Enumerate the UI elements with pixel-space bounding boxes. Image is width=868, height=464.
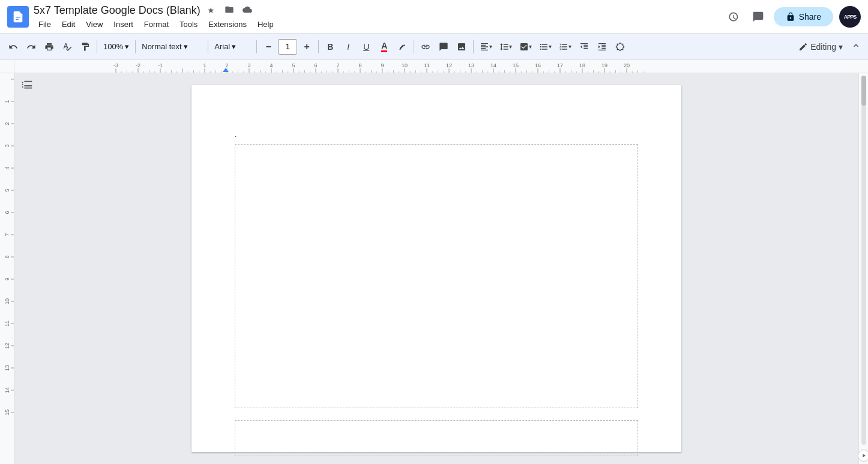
ruler-canvas [14, 60, 868, 73]
highlight-btn[interactable] [394, 38, 411, 55]
increase-indent-icon [597, 42, 607, 52]
chevron-right-icon [861, 453, 867, 459]
content-area: . [0, 73, 868, 464]
line-spacing-btn[interactable]: ▾ [496, 38, 515, 55]
undo-btn[interactable] [5, 38, 22, 55]
print-btn[interactable] [41, 38, 58, 55]
zoom-select[interactable]: 100% ▾ [100, 38, 132, 55]
image-icon [457, 42, 466, 52]
star-icon: ★ [207, 5, 215, 15]
zoom-arrow: ▾ [125, 42, 129, 51]
vertical-ruler-canvas [0, 73, 14, 445]
number-list-btn[interactable]: ▾ [556, 38, 574, 55]
comments-icon [752, 11, 764, 23]
dashed-content-box-2 [235, 420, 638, 456]
lock-icon [786, 12, 795, 22]
editing-label: Editing [810, 42, 836, 52]
font-size-decrease-btn[interactable]: − [260, 38, 277, 55]
scrollbar-area [858, 73, 868, 464]
history-icon [727, 11, 739, 23]
title-bar: 5x7 Template Google Docs (Blank) ★ F [0, 0, 868, 34]
document-area[interactable]: . [14, 73, 858, 464]
font-family-select[interactable]: Arial ▾ [211, 38, 253, 55]
star-btn[interactable]: ★ [204, 3, 219, 17]
menu-edit[interactable]: Edit [57, 19, 80, 30]
vertical-ruler [0, 73, 14, 464]
menu-file[interactable]: File [34, 19, 56, 30]
folder-icon [225, 5, 234, 16]
title-section: 5x7 Template Google Docs (Blank) ★ F [34, 3, 719, 30]
menu-extensions[interactable]: Extensions [203, 19, 252, 30]
comments-btn[interactable] [749, 7, 768, 26]
doc-icon-svg [11, 10, 25, 23]
comment-inline-btn[interactable] [435, 38, 452, 55]
checklist-icon [519, 42, 529, 52]
sep6 [414, 40, 414, 53]
format-paint-btn[interactable] [77, 38, 94, 55]
underline-btn[interactable]: U [358, 38, 375, 55]
checklist-btn[interactable]: ▾ [516, 38, 535, 55]
image-btn[interactable] [453, 38, 470, 55]
edit-icon [798, 42, 808, 52]
right-actions: Share APPS [723, 6, 861, 28]
sep7 [473, 40, 474, 53]
menu-bar: File Edit View Insert Format Tools Exten… [34, 19, 719, 30]
paragraph-style-arrow: ▾ [184, 42, 188, 51]
scrollbar-track[interactable] [861, 76, 866, 445]
document-page[interactable]: . [191, 85, 681, 452]
italic-btn[interactable]: I [340, 38, 357, 55]
align-btn[interactable]: ▾ [477, 38, 495, 55]
bullet-list-icon [539, 42, 549, 52]
increase-indent-btn[interactable] [594, 38, 610, 55]
clear-format-icon [615, 42, 625, 52]
link-btn[interactable] [417, 38, 434, 55]
zoom-value: 100% [103, 42, 123, 51]
menu-help[interactable]: Help [253, 19, 279, 30]
avatar[interactable]: APPS [839, 6, 861, 28]
avatar-text: APPS [844, 14, 857, 20]
title-row: 5x7 Template Google Docs (Blank) ★ [34, 3, 719, 17]
menu-insert[interactable]: Insert [109, 19, 138, 30]
outline-panel[interactable] [20, 79, 34, 95]
font-size-input[interactable] [278, 39, 297, 55]
spellcheck-icon [62, 42, 72, 52]
editing-arrow: ▾ [839, 42, 843, 52]
bullet-list-btn[interactable]: ▾ [536, 38, 555, 55]
menu-format[interactable]: Format [139, 19, 173, 30]
cloud-btn[interactable] [240, 3, 255, 17]
sep5 [318, 40, 319, 53]
ruler-corner [0, 60, 14, 73]
editing-mode-btn[interactable]: Editing ▾ [794, 40, 848, 54]
highlight-icon [398, 43, 406, 51]
share-button[interactable]: Share [774, 7, 833, 26]
clear-format-btn[interactable] [612, 38, 628, 55]
scrollbar-thumb[interactable] [861, 76, 866, 106]
sep2 [135, 40, 136, 53]
folder-btn[interactable] [222, 3, 237, 17]
redo-icon [26, 42, 36, 52]
text-color-btn[interactable]: A [376, 38, 393, 55]
bold-btn[interactable]: B [322, 38, 339, 55]
redo-btn[interactable] [23, 38, 40, 55]
collapse-toolbar-btn[interactable] [849, 38, 863, 55]
menu-tools[interactable]: Tools [175, 19, 202, 30]
toolbar: 100% ▾ Normal text ▾ Arial ▾ − + B I U A… [0, 34, 868, 60]
font-size-increase-btn[interactable]: + [298, 38, 315, 55]
collapse-side-btn[interactable] [858, 450, 869, 462]
font-family-value: Arial [214, 42, 230, 51]
doc-title[interactable]: 5x7 Template Google Docs (Blank) [34, 4, 200, 17]
dashed-content-box-1 [235, 144, 638, 408]
spellcheck-btn[interactable] [59, 38, 76, 55]
ruler-area [0, 60, 868, 73]
undo-icon [8, 42, 18, 52]
paint-format-icon [80, 42, 90, 52]
share-label: Share [799, 12, 821, 22]
chevron-up-icon [851, 41, 861, 50]
sep4 [256, 40, 257, 53]
menu-view[interactable]: View [81, 19, 107, 30]
comment-icon [439, 42, 448, 52]
decrease-indent-btn[interactable] [576, 38, 592, 55]
history-btn[interactable] [723, 7, 743, 26]
paragraph-style-select[interactable]: Normal text ▾ [139, 38, 205, 55]
text-color-icon: A [381, 41, 387, 52]
